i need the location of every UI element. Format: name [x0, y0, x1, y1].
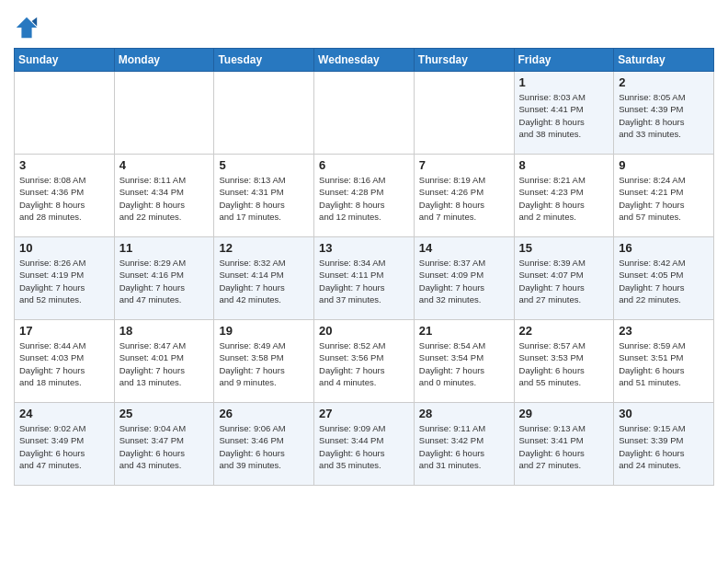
- day-cell: 26Sunrise: 9:06 AM Sunset: 3:46 PM Dayli…: [214, 403, 314, 486]
- day-cell: 27Sunrise: 9:09 AM Sunset: 3:44 PM Dayli…: [314, 403, 415, 486]
- day-cell: [214, 72, 314, 155]
- week-row-5: 24Sunrise: 9:02 AM Sunset: 3:49 PM Dayli…: [15, 403, 714, 486]
- day-number: 24: [19, 407, 109, 420]
- day-number: 23: [619, 324, 709, 338]
- weekday-header-monday: Monday: [114, 49, 214, 72]
- day-cell: 22Sunrise: 8:57 AM Sunset: 3:53 PM Dayli…: [514, 320, 614, 403]
- day-number: 15: [519, 241, 609, 255]
- day-cell: 11Sunrise: 8:29 AM Sunset: 4:16 PM Dayli…: [114, 237, 214, 320]
- day-cell: 28Sunrise: 9:11 AM Sunset: 3:42 PM Dayli…: [414, 403, 514, 486]
- week-row-4: 17Sunrise: 8:44 AM Sunset: 4:03 PM Dayli…: [15, 320, 714, 403]
- day-number: 4: [119, 158, 210, 172]
- day-cell: 18Sunrise: 8:47 AM Sunset: 4:01 PM Dayli…: [114, 320, 214, 403]
- day-number: 17: [19, 324, 109, 338]
- weekday-header-thursday: Thursday: [414, 49, 514, 72]
- day-info: Sunrise: 9:02 AM Sunset: 3:49 PM Dayligh…: [19, 422, 109, 471]
- day-cell: 1Sunrise: 8:03 AM Sunset: 4:41 PM Daylig…: [514, 72, 614, 155]
- day-number: 29: [519, 407, 609, 420]
- day-info: Sunrise: 8:32 AM Sunset: 4:14 PM Dayligh…: [219, 257, 309, 305]
- day-cell: 29Sunrise: 9:13 AM Sunset: 3:41 PM Dayli…: [514, 403, 614, 486]
- day-cell: [414, 72, 514, 155]
- day-info: Sunrise: 8:19 AM Sunset: 4:26 PM Dayligh…: [419, 174, 509, 223]
- day-number: 7: [419, 158, 509, 172]
- day-number: 25: [119, 407, 210, 420]
- day-cell: [15, 72, 115, 155]
- day-cell: 8Sunrise: 8:21 AM Sunset: 4:23 PM Daylig…: [514, 155, 614, 237]
- day-info: Sunrise: 8:54 AM Sunset: 3:54 PM Dayligh…: [419, 339, 509, 388]
- day-number: 28: [419, 407, 509, 420]
- calendar-header: SundayMondayTuesdayWednesdayThursdayFrid…: [15, 49, 714, 72]
- day-number: 10: [19, 241, 109, 255]
- day-cell: 2Sunrise: 8:05 AM Sunset: 4:39 PM Daylig…: [614, 72, 714, 155]
- day-number: 21: [419, 324, 509, 338]
- page: SundayMondayTuesdayWednesdayThursdayFrid…: [0, 0, 728, 495]
- day-cell: 23Sunrise: 8:59 AM Sunset: 3:51 PM Dayli…: [614, 320, 714, 403]
- day-cell: 24Sunrise: 9:02 AM Sunset: 3:49 PM Dayli…: [15, 403, 115, 486]
- day-number: 13: [319, 241, 409, 255]
- day-info: Sunrise: 8:11 AM Sunset: 4:34 PM Dayligh…: [119, 174, 210, 223]
- day-info: Sunrise: 8:16 AM Sunset: 4:28 PM Dayligh…: [319, 174, 409, 223]
- day-cell: 9Sunrise: 8:24 AM Sunset: 4:21 PM Daylig…: [614, 155, 714, 237]
- day-info: Sunrise: 9:13 AM Sunset: 3:41 PM Dayligh…: [519, 422, 609, 471]
- day-info: Sunrise: 8:49 AM Sunset: 3:58 PM Dayligh…: [219, 339, 309, 388]
- day-number: 2: [619, 75, 709, 89]
- day-info: Sunrise: 8:42 AM Sunset: 4:05 PM Dayligh…: [619, 257, 709, 305]
- logo-icon: [14, 15, 40, 40]
- weekday-header-friday: Friday: [514, 49, 614, 72]
- weekday-header-saturday: Saturday: [614, 49, 714, 72]
- week-row-3: 10Sunrise: 8:26 AM Sunset: 4:19 PM Dayli…: [15, 237, 714, 320]
- day-number: 5: [219, 158, 309, 172]
- day-info: Sunrise: 8:47 AM Sunset: 4:01 PM Dayligh…: [119, 339, 210, 388]
- weekday-header-sunday: Sunday: [15, 49, 115, 72]
- day-info: Sunrise: 8:34 AM Sunset: 4:11 PM Dayligh…: [319, 257, 409, 305]
- day-number: 27: [319, 407, 409, 420]
- day-info: Sunrise: 9:15 AM Sunset: 3:39 PM Dayligh…: [619, 422, 709, 471]
- calendar-body: 1Sunrise: 8:03 AM Sunset: 4:41 PM Daylig…: [15, 72, 714, 486]
- day-cell: [114, 72, 214, 155]
- day-number: 16: [619, 241, 709, 255]
- weekday-header-wednesday: Wednesday: [314, 49, 415, 72]
- day-info: Sunrise: 8:08 AM Sunset: 4:36 PM Dayligh…: [19, 174, 109, 223]
- day-cell: 25Sunrise: 9:04 AM Sunset: 3:47 PM Dayli…: [114, 403, 214, 486]
- calendar: SundayMondayTuesdayWednesdayThursdayFrid…: [14, 48, 714, 486]
- day-info: Sunrise: 8:52 AM Sunset: 3:56 PM Dayligh…: [319, 339, 409, 388]
- day-info: Sunrise: 8:13 AM Sunset: 4:31 PM Dayligh…: [219, 174, 309, 223]
- day-cell: 10Sunrise: 8:26 AM Sunset: 4:19 PM Dayli…: [15, 237, 115, 320]
- logo: [14, 15, 43, 40]
- weekday-header-tuesday: Tuesday: [214, 49, 314, 72]
- day-info: Sunrise: 8:21 AM Sunset: 4:23 PM Dayligh…: [519, 174, 609, 223]
- day-number: 8: [519, 158, 609, 172]
- day-info: Sunrise: 9:04 AM Sunset: 3:47 PM Dayligh…: [119, 422, 210, 471]
- day-info: Sunrise: 9:06 AM Sunset: 3:46 PM Dayligh…: [219, 422, 309, 471]
- day-cell: 21Sunrise: 8:54 AM Sunset: 3:54 PM Dayli…: [414, 320, 514, 403]
- day-cell: 15Sunrise: 8:39 AM Sunset: 4:07 PM Dayli…: [514, 237, 614, 320]
- day-cell: 17Sunrise: 8:44 AM Sunset: 4:03 PM Dayli…: [15, 320, 115, 403]
- day-info: Sunrise: 8:03 AM Sunset: 4:41 PM Dayligh…: [519, 91, 609, 140]
- day-cell: 3Sunrise: 8:08 AM Sunset: 4:36 PM Daylig…: [15, 155, 115, 237]
- day-number: 6: [319, 158, 409, 172]
- day-number: 20: [319, 324, 409, 338]
- day-number: 1: [519, 75, 609, 89]
- week-row-2: 3Sunrise: 8:08 AM Sunset: 4:36 PM Daylig…: [15, 155, 714, 237]
- day-info: Sunrise: 8:44 AM Sunset: 4:03 PM Dayligh…: [19, 339, 109, 388]
- day-number: 22: [519, 324, 609, 338]
- day-info: Sunrise: 8:57 AM Sunset: 3:53 PM Dayligh…: [519, 339, 609, 388]
- week-row-1: 1Sunrise: 8:03 AM Sunset: 4:41 PM Daylig…: [15, 72, 714, 155]
- day-cell: 5Sunrise: 8:13 AM Sunset: 4:31 PM Daylig…: [214, 155, 314, 237]
- day-cell: [314, 72, 415, 155]
- day-info: Sunrise: 8:26 AM Sunset: 4:19 PM Dayligh…: [19, 257, 109, 305]
- day-number: 12: [219, 241, 309, 255]
- day-number: 14: [419, 241, 509, 255]
- day-number: 26: [219, 407, 309, 420]
- day-number: 9: [619, 158, 709, 172]
- day-number: 3: [19, 158, 109, 172]
- day-cell: 4Sunrise: 8:11 AM Sunset: 4:34 PM Daylig…: [114, 155, 214, 237]
- day-cell: 7Sunrise: 8:19 AM Sunset: 4:26 PM Daylig…: [414, 155, 514, 237]
- day-number: 30: [619, 407, 709, 420]
- day-info: Sunrise: 9:11 AM Sunset: 3:42 PM Dayligh…: [419, 422, 509, 471]
- day-number: 18: [119, 324, 210, 338]
- day-info: Sunrise: 8:37 AM Sunset: 4:09 PM Dayligh…: [419, 257, 509, 305]
- day-cell: 20Sunrise: 8:52 AM Sunset: 3:56 PM Dayli…: [314, 320, 415, 403]
- day-info: Sunrise: 8:24 AM Sunset: 4:21 PM Dayligh…: [619, 174, 709, 223]
- day-cell: 12Sunrise: 8:32 AM Sunset: 4:14 PM Dayli…: [214, 237, 314, 320]
